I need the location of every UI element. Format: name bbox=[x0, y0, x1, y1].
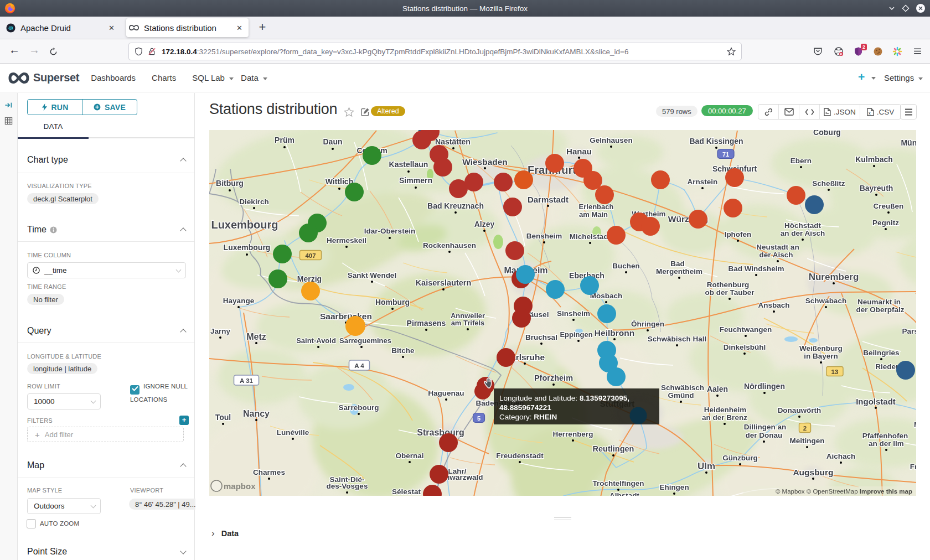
svg-text:Pegnitz: Pegnitz bbox=[872, 219, 899, 227]
svg-text:Daun: Daun bbox=[323, 137, 343, 146]
svg-text:Hanau: Hanau bbox=[566, 147, 592, 156]
svg-text:Meitingen: Meitingen bbox=[790, 437, 825, 445]
svg-text:x: x bbox=[869, 111, 871, 115]
svg-text:Rockenhausen: Rockenhausen bbox=[423, 241, 476, 250]
svg-text:Gmünd: Gmünd bbox=[668, 391, 694, 400]
svg-text:Prüm: Prüm bbox=[275, 136, 294, 144]
svg-text:Category: RHEIN: Category: RHEIN bbox=[499, 413, 557, 421]
svg-text:Michelstadt: Michelstadt bbox=[570, 232, 611, 241]
svg-text:Ulm: Ulm bbox=[698, 461, 715, 471]
svg-text:Höchstadt: Höchstadt bbox=[784, 221, 822, 230]
svg-text:Sankt Wendel: Sankt Wendel bbox=[348, 271, 396, 279]
svg-text:Aalen: Aalen bbox=[707, 385, 728, 393]
svg-text:Beilngries: Beilngries bbox=[863, 349, 899, 357]
svg-text:Bensheim: Bensheim bbox=[526, 232, 562, 240]
svg-text:Neustadt an: Neustadt an bbox=[756, 243, 799, 251]
svg-text:Schwäbisch: Schwäbisch bbox=[661, 383, 704, 392]
svg-text:des-Vosges: des-Vosges bbox=[327, 482, 368, 490]
svg-text:Öhringen: Öhringen bbox=[631, 320, 664, 328]
svg-text:Longitude and Latitude: 8.1359: Longitude and Latitude: 8.1359273095, bbox=[499, 394, 629, 402]
svg-text:Günzburg: Günzburg bbox=[722, 454, 758, 462]
svg-text:am Trifels: am Trifels bbox=[451, 319, 485, 327]
svg-text:71: 71 bbox=[722, 151, 729, 158]
svg-text:Heidenheim: Heidenheim bbox=[704, 406, 747, 414]
svg-text:mapbox: mapbox bbox=[224, 481, 256, 491]
svg-text:Ansbach: Ansbach bbox=[758, 301, 789, 309]
svg-text:Ingolstadt: Ingolstadt bbox=[856, 397, 896, 406]
svg-text:Buchen: Buchen bbox=[612, 262, 640, 270]
svg-text:A 31: A 31 bbox=[240, 377, 253, 384]
svg-text:Feuchtwangen: Feuchtwangen bbox=[720, 325, 772, 334]
svg-text:Dillingen an: Dillingen an bbox=[744, 423, 787, 431]
svg-text:Sarreguemines: Sarreguemines bbox=[339, 336, 391, 345]
svg-text:Augsburg: Augsburg bbox=[793, 468, 833, 477]
svg-text:Weißenburg: Weißenburg bbox=[799, 344, 843, 352]
svg-text:am Main: am Main bbox=[579, 210, 608, 219]
svg-text:ob der Tauber: ob der Tauber bbox=[705, 288, 755, 297]
svg-text:Neumarkt in: Neumarkt in bbox=[857, 298, 901, 306]
svg-text:Bayreuth: Bayreuth bbox=[860, 184, 893, 193]
svg-text:Bitburg: Bitburg bbox=[216, 179, 244, 188]
svg-text:Bad Windsheim: Bad Windsheim bbox=[728, 265, 784, 273]
svg-text:Bruchsal: Bruchsal bbox=[525, 333, 557, 341]
svg-text:Kastellaun: Kastellaun bbox=[389, 160, 428, 169]
svg-text:2: 2 bbox=[803, 425, 807, 432]
svg-text:Saarbrücken: Saarbrücken bbox=[320, 312, 372, 321]
svg-text:Obernai: Obernai bbox=[395, 452, 423, 460]
svg-text:Mair: Mair bbox=[914, 421, 916, 429]
svg-text:Pfaffenhofen: Pfaffenhofen bbox=[862, 432, 908, 440]
svg-text:Mergentheim: Mergentheim bbox=[656, 267, 702, 276]
svg-text:Albstadt: Albstadt bbox=[609, 491, 640, 496]
svg-text:Saint-Avold: Saint-Avold bbox=[296, 336, 336, 345]
svg-text:Idar-Oberstein: Idar-Oberstein bbox=[364, 227, 415, 235]
svg-text:A 4: A 4 bbox=[354, 362, 364, 369]
svg-text:Homburg: Homburg bbox=[375, 298, 410, 307]
svg-text:Heilbronn: Heilbronn bbox=[595, 328, 634, 338]
svg-text:Iphofen: Iphofen bbox=[725, 230, 752, 238]
svg-text:Trochtelfingen: Trochtelfingen bbox=[592, 479, 644, 488]
svg-text:Ehingen: Ehingen bbox=[659, 483, 689, 491]
svg-text:Kaiserslautern: Kaiserslautern bbox=[416, 278, 472, 287]
svg-text:Freis: Freis bbox=[910, 463, 916, 471]
svg-text:Alzey: Alzey bbox=[474, 220, 495, 229]
svg-text:© Mapbox © OpenStreetMap Impro: © Mapbox © OpenStreetMap Improve this ma… bbox=[776, 488, 912, 495]
svg-text:Arnstein: Arnstein bbox=[688, 178, 718, 186]
svg-text:Creußen: Creußen bbox=[874, 202, 904, 210]
svg-text:Haguenau: Haguenau bbox=[428, 389, 464, 397]
svg-text:Bad: Bad bbox=[670, 260, 685, 268]
svg-text:Pirmasens: Pirmasens bbox=[407, 319, 446, 328]
svg-text:Eppingen: Eppingen bbox=[560, 330, 592, 339]
svg-text:Freudenstadt: Freudenstadt bbox=[496, 452, 544, 460]
svg-text:Lunéville: Lunéville bbox=[277, 428, 309, 437]
svg-text:Herrenberg: Herrenberg bbox=[553, 430, 593, 438]
svg-text:Dinkelsbühl: Dinkelsbühl bbox=[724, 343, 766, 351]
svg-text:Ebern: Ebern bbox=[790, 157, 812, 165]
svg-text:Kulmbach: Kulmbach bbox=[855, 155, 893, 164]
svg-text:Luxembourg: Luxembourg bbox=[211, 219, 278, 231]
svg-text:48.8859674221: 48.8859674221 bbox=[499, 403, 551, 412]
svg-text:Parsbe: Parsbe bbox=[902, 327, 916, 335]
svg-text:Nancy: Nancy bbox=[243, 409, 270, 418]
svg-text:in Bayern: in Bayern bbox=[804, 352, 838, 360]
svg-text:der Oberpfalz: der Oberpfalz bbox=[856, 305, 904, 314]
svg-text:an der Ilm: an der Ilm bbox=[869, 439, 904, 448]
svg-text:Bitche: Bitche bbox=[391, 346, 415, 355]
svg-text:Coburg: Coburg bbox=[813, 130, 841, 137]
svg-text:Toul: Toul bbox=[215, 413, 231, 422]
svg-text:Wiesbaden: Wiesbaden bbox=[462, 157, 508, 167]
svg-text:5: 5 bbox=[477, 415, 480, 422]
svg-text:Rothenburg: Rothenburg bbox=[707, 281, 750, 289]
svg-text:Sélestat: Sélestat bbox=[392, 488, 421, 496]
svg-text:Nuremberg: Nuremberg bbox=[809, 272, 859, 282]
svg-text:Hayange: Hayange bbox=[223, 297, 255, 305]
svg-text:Metz: Metz bbox=[246, 332, 266, 341]
svg-text:Sinsheim: Sinsheim bbox=[557, 309, 590, 318]
svg-text:Schwäbisch Hall: Schwäbisch Hall bbox=[648, 335, 707, 343]
svg-text:Schwabach: Schwabach bbox=[805, 297, 846, 305]
svg-text:an der Brenz: an der Brenz bbox=[702, 413, 747, 422]
svg-text:13: 13 bbox=[831, 369, 839, 375]
svg-text:Scheßlitz: Scheßlitz bbox=[812, 179, 845, 188]
svg-text:an der Aisch: an der Aisch bbox=[781, 229, 825, 237]
svg-text:der Aisch: der Aisch bbox=[759, 251, 793, 259]
svg-text:407: 407 bbox=[305, 252, 316, 259]
